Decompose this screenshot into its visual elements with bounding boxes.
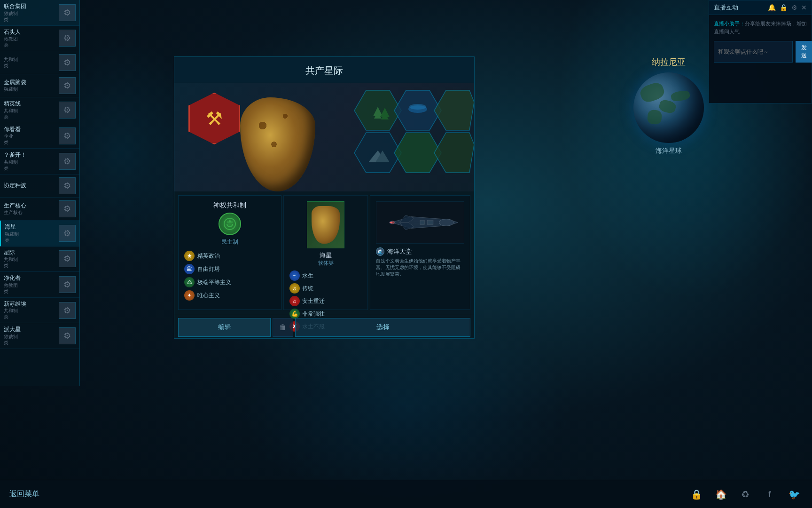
stream-info-text: 直播小助手：分享给朋友来捧捧场，增加直播间人气 [714, 20, 807, 35]
sidebar-text-10: 海星 独裁制 类 [5, 223, 59, 243]
stream-gear-icon[interactable]: ⚙ [791, 4, 797, 11]
creature-spots [240, 97, 315, 191]
bottom-home-icon[interactable]: 🏠 [712, 486, 729, 503]
bottom-twitter-icon[interactable]: 🐦 [786, 486, 803, 503]
sidebar-item-8[interactable]: 协定种族 ⚙ [0, 175, 79, 198]
species-mini-figure [312, 206, 340, 244]
sidebar-text-1: 联合集团 独裁制 类 [4, 3, 59, 23]
bottom-lock-icon[interactable]: 🔒 [688, 486, 705, 503]
government-panel: 神权共和制 民主制 ★ 精英政治 🏛 自由灯塔 ⚖ 极端平等主义 [178, 195, 281, 310]
select-button[interactable]: 选择 [295, 318, 470, 337]
planet-name: 海洋星球 [619, 147, 718, 155]
gov-title: 神权共和制 [184, 201, 275, 210]
svg-marker-2 [434, 90, 474, 130]
trait-icon-ideal: ✦ [184, 290, 195, 301]
sidebar-text-6: 你看看 企业 类 [4, 126, 59, 146]
species-name: 海星 [289, 251, 362, 260]
bottom-bar: 返回菜单 🔒 🏠 ♻ f 🐦 [0, 480, 812, 508]
bottom-facebook-icon[interactable]: f [761, 486, 778, 503]
bottom-recycle-icon[interactable]: ♻ [737, 486, 754, 503]
sp-trait-3: ⌂ 安土重迁 [289, 296, 362, 306]
ship-display [376, 201, 464, 244]
sp-trait-2: ♫ 传统 [289, 283, 362, 294]
trait-icon-freedom: 🏛 [184, 264, 195, 274]
sidebar-item-1[interactable]: 联合集团 独裁制 类 ⚙ [0, 0, 79, 26]
sp-trait-label-2: 传统 [302, 285, 313, 293]
planet-panel: 纳拉尼亚 海洋星球 [619, 56, 718, 155]
stream-bell-icon[interactable]: 🔔 [768, 4, 776, 11]
sidebar: 联合集团 独裁制 类 ⚙ 石头人 救教团 类 ⚙ 共和制 类 ⚙ 金属脑袋 独裁… [0, 0, 80, 386]
trait-ideal: ✦ 唯心主义 [184, 290, 275, 301]
hex-shape: ⚒ [188, 93, 240, 144]
sidebar-emblem-9: ⚙ [59, 200, 76, 217]
stream-body: 直播小助手：分享给朋友来捧捧场，增加直播间人气 发送 [709, 15, 812, 67]
sidebar-text-7: ？爹开！ 共和制 类 [4, 151, 59, 171]
sidebar-item-10[interactable]: 海星 独裁制 类 ⚙ [0, 221, 79, 246]
sp-trait-4: 💪 非常强壮 [289, 309, 362, 319]
trait-icon-equal: ⚖ [184, 277, 195, 287]
trait-icon-elite: ★ [184, 251, 195, 261]
stream-lock-icon[interactable]: 🔒 [780, 4, 788, 11]
trait-label-ideal: 唯心主义 [197, 292, 220, 300]
stream-close-icon[interactable]: ✕ [801, 4, 807, 11]
portrait-area: ⚒ [174, 83, 474, 191]
svg-marker-5 [434, 133, 474, 173]
sp-trait-icon-2: ♫ [289, 283, 300, 294]
planet-sphere [633, 72, 704, 143]
sidebar-item-2[interactable]: 石头人 救教团 类 ⚙ [0, 26, 79, 52]
svg-point-9 [229, 220, 231, 222]
sidebar-emblem-12: ⚙ [59, 276, 76, 293]
sidebar-text-9: 生产核心 生产核心 [4, 202, 59, 216]
species-portrait [307, 201, 344, 248]
sidebar-emblem-14: ⚙ [59, 327, 76, 344]
civics-icon: 🌊 [376, 247, 384, 256]
ship-svg [376, 204, 464, 241]
svg-point-10 [439, 219, 453, 226]
faction-emblem: ⚒ [188, 93, 245, 149]
sidebar-item-9[interactable]: 生产核心 生产核心 ⚙ [0, 198, 79, 221]
sidebar-item-14[interactable]: 派大星 独裁制 类 ⚙ [0, 323, 79, 349]
sidebar-emblem-7: ⚙ [59, 153, 76, 170]
sidebar-item-12[interactable]: 净化者 救教团 类 ⚙ [0, 272, 79, 298]
civics-row: 🌊 海洋天堂 [376, 247, 464, 256]
planet-hexes [314, 83, 474, 191]
continent-3 [671, 90, 691, 103]
sp-trait-icon-1: ~ [289, 270, 300, 281]
faction-icon: ⚒ [206, 108, 223, 129]
sidebar-item-6[interactable]: 你看看 企业 类 ⚙ [0, 123, 79, 149]
stream-header: 直播互动 🔔 🔒 ⚙ ✕ [709, 0, 812, 15]
sidebar-item-11[interactable]: 星际 共和制 类 ⚙ [0, 246, 79, 272]
sp-trait-label-3: 安土重迁 [302, 297, 325, 305]
continent-4 [647, 110, 663, 125]
return-button[interactable]: 返回菜单 [9, 489, 39, 499]
edit-button[interactable]: 编辑 [178, 318, 271, 337]
sp-trait-icon-4: 💪 [289, 309, 300, 319]
gov-icon [219, 213, 241, 235]
planet-region-title: 纳拉尼亚 [619, 56, 718, 68]
delete-icon: 🗑 [279, 323, 287, 332]
main-dialog: 共产星际 ⚒ [174, 56, 475, 339]
stream-prefix: 直播小助手： [714, 21, 745, 26]
stream-message-input[interactable] [714, 41, 793, 63]
stream-send-button[interactable]: 发送 [796, 41, 812, 63]
action-bar: 编辑 🗑 选择 [174, 314, 474, 341]
delete-button[interactable]: 🗑 [273, 318, 293, 337]
sidebar-text-5: 精英线 共和制 类 [4, 100, 59, 120]
svg-rect-15 [420, 221, 424, 225]
sidebar-emblem-8: ⚙ [59, 177, 76, 194]
trait-label-freedom: 自由灯塔 [197, 265, 220, 273]
svg-point-7 [409, 104, 426, 110]
sidebar-item-4[interactable]: 金属脑袋 独裁制 ⚙ [0, 74, 79, 97]
sidebar-item-5[interactable]: 精英线 共和制 类 ⚙ [0, 97, 79, 123]
trait-label-equal: 极端平等主义 [197, 278, 231, 286]
info-panels: 神权共和制 民主制 ★ 精英政治 🏛 自由灯塔 ⚖ 极端平等主义 [174, 191, 474, 314]
trait-label-elite: 精英政治 [197, 252, 220, 260]
sidebar-emblem-5: ⚙ [59, 102, 76, 119]
sidebar-emblem-4: ⚙ [59, 77, 76, 94]
sidebar-item-3[interactable]: 共和制 类 ⚙ [0, 51, 79, 74]
svg-point-8 [224, 218, 235, 230]
sidebar-item-13[interactable]: 新苏维埃 共和制 类 ⚙ [0, 298, 79, 324]
sidebar-item-7[interactable]: ？爹开！ 共和制 类 ⚙ [0, 149, 79, 175]
sp-trait-icon-3: ⌂ [289, 296, 300, 306]
sidebar-text-14: 派大星 独裁制 类 [4, 326, 59, 346]
